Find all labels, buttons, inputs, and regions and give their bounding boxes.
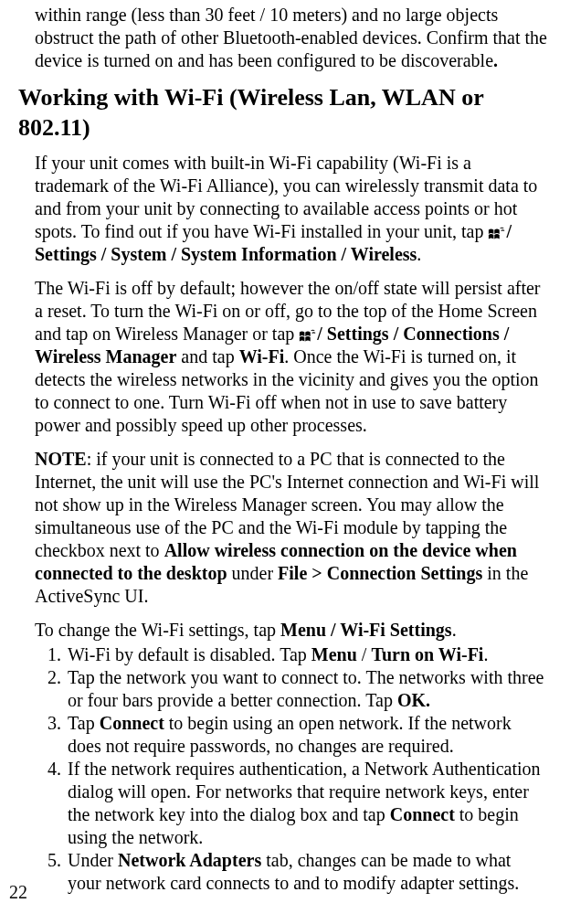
file-connection: File > Connection Settings — [278, 563, 482, 583]
li3-connect: Connect — [100, 713, 164, 733]
wifi-off-paragraph: The Wi-Fi is off by default; however the… — [35, 277, 548, 437]
wifi-steps-list: Wi-Fi by default is disabled. Tap Menu /… — [66, 643, 548, 895]
change-end: . — [452, 620, 457, 640]
section-heading: Working with Wi-Fi (Wireless Lan, WLAN o… — [18, 83, 552, 143]
page-number: 22 — [9, 881, 27, 904]
list-item: Tap Connect to begin using an open netwo… — [66, 712, 548, 758]
page-content: within range (less than 30 feet / 10 met… — [18, 0, 552, 895]
under: under — [227, 563, 279, 583]
windows-flag-icon — [488, 225, 506, 241]
li5-network-adapters: Network Adapters — [118, 850, 261, 870]
li5-pre: Under — [68, 850, 118, 870]
list-item: Wi-Fi by default is disabled. Tap Menu /… — [66, 643, 548, 666]
li2-pre: Tap the network you want to connect to. … — [68, 667, 544, 710]
windows-flag-icon — [299, 327, 317, 344]
wifi-intro-paragraph: If your unit comes with built-in Wi-Fi c… — [35, 152, 548, 266]
list-item: Tap the network you want to connect to. … — [66, 666, 548, 712]
li1-slash: / — [357, 644, 372, 664]
change-settings-intro: To change the Wi-Fi settings, tap Menu /… — [35, 619, 548, 642]
note-label: NOTE — [35, 449, 87, 469]
wifi-intro-text: If your unit comes with built-in Wi-Fi c… — [35, 153, 537, 241]
list-item: If the network requires authentication, … — [66, 758, 548, 849]
li2-ok: OK. — [397, 690, 430, 710]
li4-connect: Connect — [390, 804, 455, 824]
intro-period: . — [493, 50, 498, 70]
menu-wifi-settings: Menu / Wi-Fi Settings — [280, 620, 452, 640]
li1-end: . — [483, 644, 488, 664]
intro-text: within range (less than 30 feet / 10 met… — [35, 5, 547, 70]
and-tap: and tap — [176, 346, 238, 366]
li1-pre: Wi-Fi by default is disabled. Tap — [68, 644, 311, 664]
note-paragraph: NOTE: if your unit is connected to a PC … — [35, 448, 548, 608]
list-item: Under Network Adapters tab, changes can … — [66, 849, 548, 895]
li1-menu: Menu — [311, 644, 357, 664]
change-intro: To change the Wi-Fi settings, tap — [35, 620, 280, 640]
li1-turn: Turn on Wi-Fi — [371, 644, 483, 664]
intro-paragraph: within range (less than 30 feet / 10 met… — [35, 4, 548, 72]
li3-pre: Tap — [68, 713, 100, 733]
wifi-bold: Wi-Fi — [239, 346, 285, 366]
